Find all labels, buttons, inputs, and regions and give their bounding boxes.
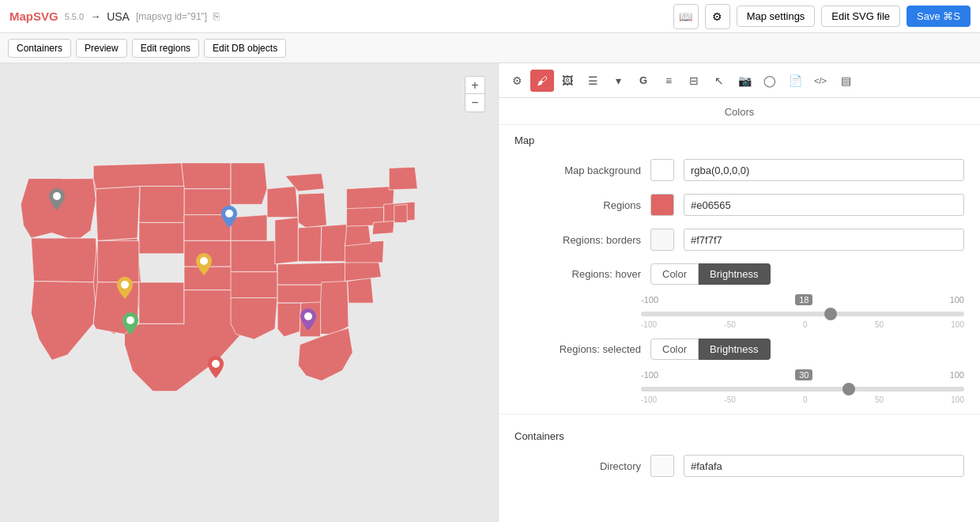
svg-point-5 [304,312,312,320]
paint-tool[interactable]: 🖌 [530,70,554,92]
settings-icon-btn[interactable]: ⚙ [705,4,730,29]
zoom-in-button[interactable]: + [466,77,484,94]
settings-tool[interactable]: ⚙ [505,70,529,92]
header-left: MapSVG 5.5.0 → USA [mapsvg id="91"] ⎘ [9,9,220,23]
selected-slider-labels: -100 30 100 [641,369,964,380]
selected-slider-value: 30 [795,369,812,380]
containers-section-label: Containers [499,421,980,448]
code-tool[interactable]: </> [808,70,832,92]
regions-input[interactable] [684,194,964,216]
regions-selected-brightness-btn[interactable]: Brightness [699,339,770,360]
colors-title: Colors [499,98,980,125]
tab-edit-db[interactable]: Edit DB objects [204,39,286,58]
map-zoom-controls: + − [465,76,485,112]
lines-tool[interactable]: ≡ [657,70,680,92]
regions-selected-color-btn[interactable]: Color [650,339,699,360]
filter-tool[interactable]: ▾ [606,70,630,92]
tab-group: Containers Preview Edit regions Edit DB … [8,39,286,58]
save-button[interactable]: Save ⌘S [906,6,971,27]
hover-slider-min-label: -100 [641,295,658,304]
map-background-input[interactable] [684,159,964,181]
divider [499,414,980,414]
photo-tool[interactable]: 📷 [733,70,756,92]
regions-selected-slider-container: -100 30 100 -100 -50 0 50 100 [499,366,980,407]
svg-point-3 [121,281,129,289]
marker-south[interactable] [208,356,224,380]
hover-slider-labels: -100 18 100 [641,294,964,305]
arrow-icon: → [90,10,100,22]
regions-hover-slider-container: -100 18 100 -100 -50 0 50 100 [499,291,980,332]
cursor-tool[interactable]: ↖ [707,70,731,92]
circle-tool[interactable]: ◯ [758,70,782,92]
hover-slider-max-label: 100 [950,295,964,304]
svg-point-0 [53,192,61,200]
regions-selected-slider[interactable] [641,387,964,392]
directory-label: Directory [514,460,641,472]
map-title: USA [107,10,130,23]
regions-borders-row: Regions: borders [499,222,980,257]
image-tool[interactable]: 🖼 [556,70,579,92]
directory-swatch[interactable] [650,455,674,477]
book-icon-btn[interactable]: 📖 [673,4,699,29]
app-name: MapSVG [9,9,58,23]
header-right: 📖 ⚙ Map settings Edit SVG file Save ⌘S [673,4,971,29]
toolbar: ⚙ 🖌 🖼 ☰ ▾ G ≡ ⊟ ↖ 📷 ◯ 📄 </> ▤ [499,63,980,98]
usa-map-svg [0,63,498,522]
zoom-out-button[interactable]: − [466,94,484,112]
directory-row: Directory [499,448,980,483]
directory-input[interactable] [684,455,964,477]
marker-southwest[interactable] [122,312,138,337]
regions-selected-toggle: Color Brightness [650,339,771,360]
regions-hover-color-btn[interactable]: Color [650,263,699,285]
regions-row: Regions [499,187,980,222]
map-id: [mapsvg id="91"] [136,11,207,22]
regions-borders-swatch[interactable] [650,229,674,251]
regions-selected-label: Regions: selected [514,343,641,355]
regions-hover-row: Regions: hover Color Brightness [499,257,980,291]
svg-point-1 [225,210,233,218]
map-background-swatch[interactable] [650,159,674,181]
marker-south-center[interactable] [300,308,316,333]
selected-slider-max-label: 100 [950,370,964,380]
copy-icon[interactable]: ⎘ [213,10,220,22]
panel-content: Colors Map Map background Regions Region… [499,98,980,522]
right-panel: ⚙ 🖌 🖼 ☰ ▾ G ≡ ⊟ ↖ 📷 ◯ 📄 </> ▤ Colors Map… [498,63,980,522]
sub-header: Containers Preview Edit regions Edit DB … [0,33,980,63]
table-tool[interactable]: ⊟ [682,70,706,92]
hover-slider-value: 18 [795,294,812,305]
tab-preview[interactable]: Preview [76,39,127,58]
map-area: + − [0,63,498,522]
svg-point-4 [126,316,134,324]
marker-west[interactable] [117,277,133,301]
map-section-label: Map [499,125,980,153]
tab-edit-regions[interactable]: Edit regions [132,39,199,58]
regions-hover-toggle: Color Brightness [650,263,771,285]
marker-north-center[interactable] [221,206,237,230]
app-version: 5.5.0 [65,12,84,21]
svg-point-2 [200,257,208,265]
selected-slider-min-label: -100 [641,370,658,380]
regions-selected-row: Regions: selected Color Brightness [499,332,980,366]
grid-tool[interactable]: ▤ [834,70,858,92]
edit-svg-button[interactable]: Edit SVG file [821,6,900,27]
marker-northwest[interactable] [49,188,65,213]
marker-center[interactable] [196,253,212,278]
regions-hover-brightness-btn[interactable]: Brightness [699,263,770,285]
regions-hover-label: Regions: hover [514,268,641,280]
regions-hover-slider[interactable] [641,312,964,316]
regions-borders-label: Regions: borders [514,234,641,246]
regions-swatch[interactable] [650,194,674,216]
list-tool[interactable]: ☰ [581,70,605,92]
svg-point-6 [212,360,220,368]
map-background-label: Map background [514,165,641,176]
doc-tool[interactable]: 📄 [783,70,807,92]
main-layout: + − ⚙ 🖌 🖼 ☰ ▾ G ≡ ⊟ ↖ 📷 ◯ 📄 </> ▤ Colors… [0,63,980,522]
map-settings-button[interactable]: Map settings [737,6,816,27]
google-tool[interactable]: G [631,70,655,92]
tab-containers[interactable]: Containers [8,39,71,58]
map-background-row: Map background [499,153,980,187]
header: MapSVG 5.5.0 → USA [mapsvg id="91"] ⎘ 📖 … [0,0,980,33]
regions-label: Regions [514,199,641,211]
regions-borders-input[interactable] [684,229,964,251]
